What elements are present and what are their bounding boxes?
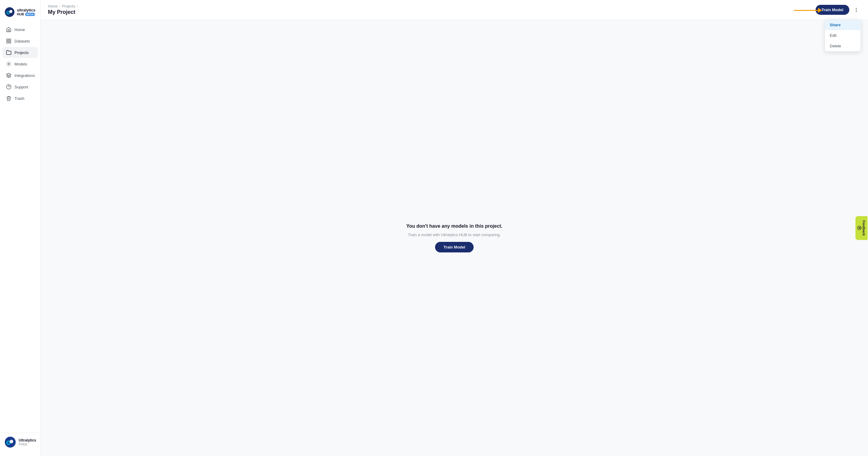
sidebar-item-home[interactable]: Home (2, 24, 38, 35)
integrations-icon (6, 73, 11, 78)
sidebar-item-label-integrations: Integrations (14, 73, 35, 78)
sidebar-item-trash[interactable]: Trash (2, 93, 38, 104)
arrow-line (794, 10, 818, 11)
breadcrumb: Home > Projects > My Project (48, 4, 78, 16)
user-info: Ultralytics FREE (19, 438, 36, 446)
svg-rect-4 (7, 39, 8, 40)
content-area: You don't have any models in this projec… (41, 20, 868, 456)
sidebar-item-label-home: Home (14, 27, 25, 32)
more-options-button[interactable] (852, 5, 861, 15)
arrow-head (818, 8, 822, 13)
sidebar-item-datasets[interactable]: Datasets (2, 36, 38, 47)
svg-point-15 (7, 442, 10, 444)
avatar (5, 437, 16, 448)
empty-state: You don't have any models in this projec… (406, 224, 502, 252)
svg-point-16 (856, 8, 857, 9)
svg-point-18 (856, 11, 857, 12)
svg-rect-5 (9, 39, 11, 40)
train-model-center-button[interactable]: Train Model (435, 242, 474, 252)
svg-rect-6 (7, 41, 8, 43)
logo-name: ultralytics (17, 8, 35, 12)
svg-point-20 (858, 228, 859, 228)
projects-icon (6, 50, 11, 55)
svg-point-8 (8, 63, 10, 65)
logo-icon (5, 7, 14, 17)
sidebar-item-label-trash: Trash (14, 96, 24, 101)
breadcrumb-home[interactable]: Home (48, 4, 58, 8)
svg-marker-9 (7, 73, 11, 76)
nav-items: Home Datasets Projects Models (0, 24, 40, 430)
feedback-button[interactable]: Feedback (856, 216, 868, 240)
sidebar-item-support[interactable]: Support (2, 81, 38, 92)
logo-text: ultralytics HUB BETA (17, 8, 35, 16)
breadcrumb-sep2: > (76, 4, 78, 8)
trash-icon (6, 95, 11, 101)
beta-badge: BETA (25, 13, 35, 16)
breadcrumb-sep1: > (59, 4, 61, 8)
empty-state-subtitle: Train a model with Ultralytics HUB to st… (408, 232, 501, 237)
svg-rect-7 (9, 41, 11, 43)
models-icon (6, 61, 11, 67)
more-dots-icon (854, 7, 859, 13)
support-icon (6, 84, 11, 90)
feedback-label: Feedback (862, 221, 866, 236)
sidebar-item-models[interactable]: Models (2, 58, 38, 69)
top-bar-actions: Train Model Share Edit Delete (815, 5, 861, 15)
dropdown-menu: Share Edit Delete (825, 19, 861, 52)
sidebar-item-label-datasets: Datasets (14, 39, 30, 44)
sidebar-item-projects[interactable]: Projects (2, 47, 38, 58)
user-plan: FREE (19, 443, 36, 446)
breadcrumb-projects[interactable]: Projects (62, 4, 75, 8)
sidebar: ultralytics HUB BETA Home Datasets (0, 0, 41, 456)
feedback-icon (858, 226, 862, 230)
sidebar-bottom: Ultralytics FREE (0, 433, 40, 451)
svg-point-3 (7, 12, 9, 13)
sidebar-item-label-support: Support (14, 85, 28, 89)
dropdown-delete[interactable]: Delete (825, 41, 861, 51)
page-title: My Project (48, 9, 78, 16)
main-content: Home > Projects > My Project Train Model (41, 0, 868, 456)
datasets-icon (6, 38, 11, 44)
logo-area: ultralytics HUB BETA (0, 5, 40, 24)
svg-point-2 (9, 10, 12, 13)
user-area[interactable]: Ultralytics FREE (5, 437, 36, 448)
home-icon (6, 27, 11, 32)
dropdown-share[interactable]: Share (825, 20, 861, 30)
arrow-annotation (794, 8, 822, 13)
sidebar-item-label-projects: Projects (14, 50, 29, 55)
sidebar-item-integrations[interactable]: Integrations (2, 70, 38, 81)
dropdown-edit[interactable]: Edit (825, 30, 861, 41)
sidebar-item-label-models: Models (14, 62, 27, 66)
svg-point-14 (10, 440, 13, 443)
user-name: Ultralytics (19, 438, 36, 443)
svg-point-17 (856, 9, 857, 10)
top-bar: Home > Projects > My Project Train Model (41, 0, 868, 20)
logo-hub: HUB BETA (17, 12, 35, 16)
empty-state-title: You don't have any models in this projec… (406, 224, 502, 229)
breadcrumb-trail: Home > Projects > (48, 4, 78, 8)
